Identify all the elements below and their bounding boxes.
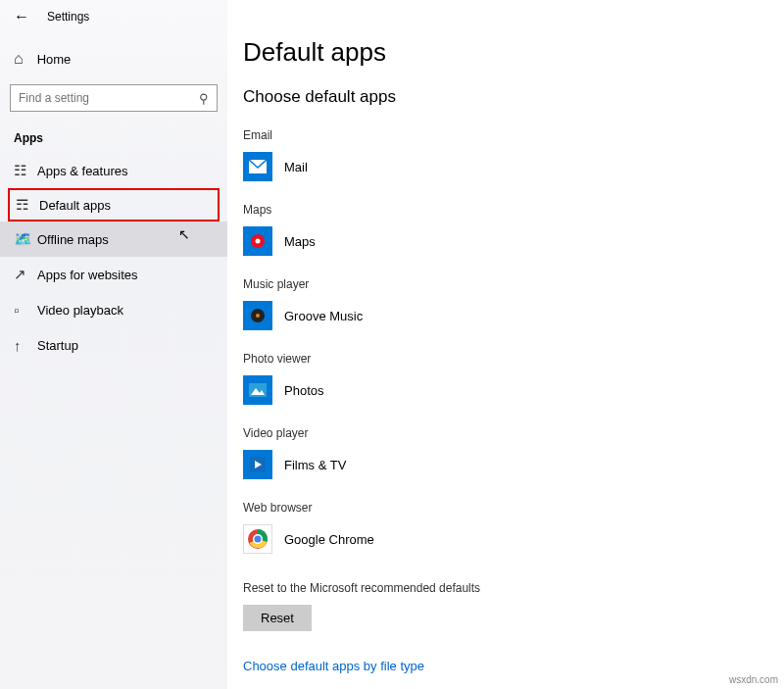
maps-icon (243, 226, 272, 256)
app-choice-music[interactable]: Groove Music (243, 301, 784, 330)
watermark: wsxdn.com (729, 674, 778, 685)
category-label-maps: Maps (243, 203, 784, 217)
map-icon: 🗺️ (14, 230, 35, 248)
app-name: Photos (284, 383, 323, 398)
app-name: Groove Music (284, 309, 363, 323)
search-input[interactable] (19, 91, 199, 105)
search-box[interactable]: ⚲ (10, 84, 218, 112)
app-choice-video[interactable]: Films & TV (243, 450, 784, 479)
category-label-photo: Photo viewer (243, 352, 784, 366)
app-choice-maps[interactable]: Maps (243, 226, 784, 256)
category-label-video: Video player (243, 426, 784, 440)
films-tv-icon (243, 450, 272, 479)
search-icon: ⚲ (199, 91, 209, 106)
app-name: Google Chrome (284, 532, 374, 547)
link-file-type[interactable]: Choose default apps by file type (243, 659, 784, 673)
app-choice-photo[interactable]: Photos (243, 375, 784, 405)
nav-default-apps[interactable]: ☶ Default apps (8, 188, 220, 221)
photos-icon (243, 375, 272, 405)
header-row: ← Settings (0, 0, 227, 33)
page-title: Default apps (243, 37, 784, 68)
nav-label: Startup (37, 338, 78, 353)
svg-point-4 (256, 314, 260, 318)
list-icon: ☷ (14, 162, 35, 179)
nav-apps-features[interactable]: ☷ Apps & features (0, 153, 227, 188)
back-arrow-icon[interactable]: ← (14, 8, 29, 25)
home-label: Home (37, 52, 72, 67)
nav-video-playback[interactable]: ▫ Video playback (0, 292, 227, 327)
nav-label: Video playback (37, 303, 123, 318)
sidebar: ← Settings ⌂ Home ⚲ Apps ☷ Apps & featur… (0, 0, 227, 689)
category-label-browser: Web browser (243, 501, 784, 515)
nav-label: Apps for websites (37, 268, 138, 282)
nav-label: Offline maps (37, 232, 109, 247)
reset-button[interactable]: Reset (243, 605, 312, 631)
nav-label: Apps & features (37, 164, 128, 178)
main-content: Default apps Choose default apps Email M… (243, 0, 784, 689)
svg-point-2 (256, 239, 261, 244)
page-subtitle: Choose default apps (243, 87, 784, 107)
nav-offline-maps[interactable]: 🗺️ Offline maps (0, 221, 227, 257)
launch-icon: ↗ (14, 266, 35, 283)
nav-home[interactable]: ⌂ Home (0, 41, 227, 76)
app-choice-browser[interactable]: Google Chrome (243, 524, 784, 554)
svg-point-11 (255, 536, 262, 543)
chrome-icon (243, 524, 272, 554)
window-title: Settings (47, 10, 89, 24)
section-label: Apps (14, 131, 227, 145)
category-label-music: Music player (243, 277, 784, 291)
app-name: Mail (284, 160, 308, 174)
category-label-email: Email (243, 128, 784, 142)
groove-icon (243, 301, 272, 330)
nav-apps-websites[interactable]: ↗ Apps for websites (0, 257, 227, 292)
reset-label: Reset to the Microsoft recommended defau… (243, 581, 784, 595)
home-icon: ⌂ (14, 50, 24, 68)
nav-label: Default apps (39, 198, 111, 213)
mail-icon (243, 152, 272, 181)
defaults-icon: ☶ (16, 196, 37, 214)
video-icon: ▫ (14, 302, 35, 319)
nav-startup[interactable]: ↑ Startup (0, 327, 227, 363)
app-name: Maps (284, 234, 316, 249)
app-choice-email[interactable]: Mail (243, 152, 784, 181)
app-name: Films & TV (284, 458, 346, 472)
startup-icon: ↑ (14, 337, 35, 354)
